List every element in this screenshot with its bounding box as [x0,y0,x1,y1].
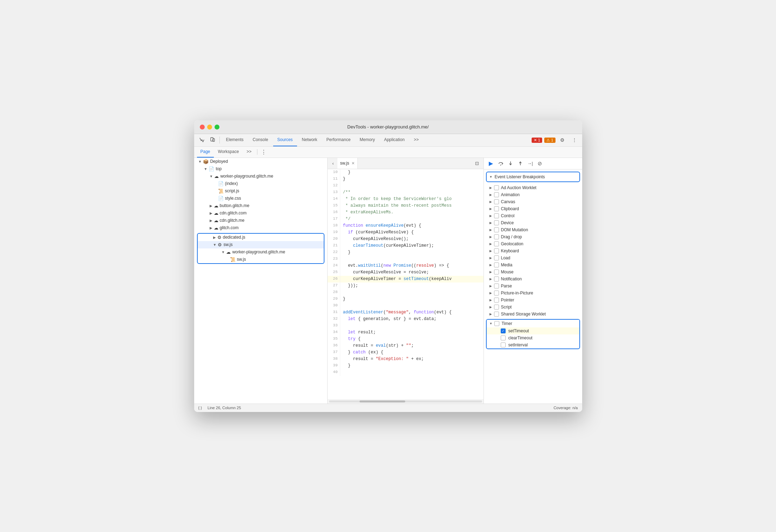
expand-editor-btn[interactable]: ⊡ [472,158,482,168]
tree-item-swjs[interactable]: ▼ ⚙ sw.js [198,241,324,248]
category-checkbox[interactable] [494,270,499,274]
bp-category-clipboard[interactable]: ▶ Clipboard [484,205,582,212]
bp-item-cleartimeout[interactable]: clearTimeout [487,334,579,341]
timer-header[interactable]: ▼ Timer [487,320,579,327]
event-listener-breakpoints-header[interactable]: ▼ Event Listener Breakpoints [486,172,580,182]
bp-category-shared-storage[interactable]: ▶ Shared Storage Worklet [484,311,582,318]
category-checkbox[interactable] [494,185,499,190]
tree-item-worker-playground[interactable]: ▼ ☁ worker-playground.glitch.me [194,173,327,180]
bp-category-control[interactable]: ▶ Control [484,212,582,219]
tab-performance[interactable]: Performance [322,134,355,146]
resume-btn[interactable]: ▶ [487,159,495,168]
warning-badge[interactable]: ⚠ 1 [544,138,555,143]
category-checkbox[interactable] [494,220,499,225]
category-checkbox[interactable] [494,255,499,260]
tree-item-index[interactable]: 📄 (index) [194,180,327,187]
category-checkbox[interactable] [494,305,499,310]
tree-item-glitch-com[interactable]: ▶ ☁ glitch.com [194,224,327,232]
category-checkbox[interactable] [494,227,499,232]
bp-category-media[interactable]: ▶ Media [484,261,582,268]
category-checkbox[interactable] [494,199,499,204]
editor-content[interactable]: 10 } 11 } 12 13 /** 14 * In order [328,169,484,399]
category-checkbox[interactable] [494,298,499,302]
cleartimeout-checkbox[interactable] [501,335,506,340]
maximize-button[interactable] [215,125,219,129]
editor-open-tab[interactable]: sw.js ✕ [337,158,358,169]
bp-category-device[interactable]: ▶ Device [484,219,582,226]
bp-category-mouse[interactable]: ▶ Mouse [484,268,582,275]
step-over-btn[interactable] [496,159,505,168]
bp-category-script[interactable]: ▶ Script [484,304,582,311]
tab-memory[interactable]: Memory [355,134,379,146]
tree-item-swjs-file[interactable]: 📜 sw.js [198,256,324,263]
category-checkbox[interactable] [494,262,499,267]
minimize-button[interactable] [207,125,212,129]
sub-toolbar-options[interactable]: ⋮ [259,148,268,156]
code-line: 33 [328,322,484,329]
scrollbar-thumb[interactable] [360,400,406,403]
close-button[interactable] [200,125,205,129]
bp-category-geolocation[interactable]: ▶ Geolocation [484,240,582,247]
category-checkbox[interactable] [494,291,499,295]
category-checkbox[interactable] [494,248,499,253]
error-badge[interactable]: ✕ 1 [532,138,542,143]
tab-console[interactable]: Console [249,134,272,146]
tab-elements[interactable]: Elements [222,134,248,146]
tree-item-worker-playground-inner[interactable]: ▼ ☁ worker-playground.glitch.me [198,248,324,256]
deactivate-btn[interactable]: ⊘ [536,159,544,168]
tab-application[interactable]: Application [380,134,409,146]
device-icon[interactable] [208,135,217,145]
sub-tab-more[interactable]: >> [243,146,255,158]
tree-item-cdn-glitch-com[interactable]: ▶ ☁ cdn.glitch.com [194,210,327,217]
bp-category-animation[interactable]: ▶ Animation [484,191,582,198]
bp-category-parse[interactable]: ▶ Parse [484,282,582,290]
category-checkbox[interactable] [494,312,499,317]
prev-file-btn[interactable]: ‹ [329,159,337,167]
bp-category-pointer[interactable]: ▶ Pointer [484,297,582,304]
step-out-btn[interactable] [516,159,525,168]
settimeout-checkbox[interactable] [501,328,506,333]
step-into-btn[interactable] [506,159,515,168]
bp-category-dom-mutation[interactable]: ▶ DOM Mutation [484,226,582,233]
step-btn[interactable]: →| [526,159,534,168]
code-line: 39 } [328,363,484,369]
tree-item-stylecss[interactable]: 📄 style.css [194,195,327,202]
timer-checkbox[interactable] [494,321,499,326]
bp-item-settimeout[interactable]: setTimeout [487,327,579,334]
bp-category-load[interactable]: ▶ Load [484,254,582,261]
more-options-icon[interactable]: ⋮ [570,135,579,145]
warning-count: 1 [551,138,553,142]
tab-network[interactable]: Network [298,134,322,146]
category-arrow: ▶ [489,312,492,316]
category-checkbox[interactable] [494,192,499,197]
settings-icon[interactable]: ⚙ [558,135,567,145]
bp-category-notification[interactable]: ▶ Notification [484,275,582,282]
tree-item-top[interactable]: ▼ 📄 top [194,165,327,173]
category-checkbox[interactable] [494,241,499,246]
sub-tab-workspace[interactable]: Workspace [215,146,243,158]
category-checkbox[interactable] [494,234,499,239]
format-btn[interactable]: { } [198,406,202,410]
category-checkbox[interactable] [494,277,499,281]
tree-item-cdn-glitch-me[interactable]: ▶ ☁ cdn.glitch.me [194,217,327,224]
bp-item-setinterval[interactable]: setInterval [487,341,579,348]
close-tab-btn[interactable]: ✕ [351,161,355,166]
category-checkbox[interactable] [494,213,499,218]
tab-more[interactable]: >> [409,134,423,146]
setinterval-checkbox[interactable] [501,343,506,347]
category-checkbox[interactable] [494,284,499,288]
tree-item-dedicated[interactable]: ▶ ⚙ dedicated.js [198,234,324,241]
inspect-icon[interactable] [197,135,207,145]
bp-category-drag-drop[interactable]: ▶ Drag / drop [484,233,582,240]
bp-category-canvas[interactable]: ▶ Canvas [484,198,582,205]
tree-item-scriptjs[interactable]: 📜 script.js [194,187,327,195]
sub-tab-page[interactable]: Page [197,146,214,158]
bp-category-pip[interactable]: ▶ Picture-in-Picture [484,290,582,297]
bp-category-ad-auction[interactable]: ▶ Ad Auction Worklet [484,184,582,191]
horizontal-scrollbar[interactable] [328,399,484,404]
tab-sources[interactable]: Sources [273,134,297,146]
bp-category-keyboard[interactable]: ▶ Keyboard [484,247,582,254]
tree-item-deployed[interactable]: ▼ 📦 Deployed [194,158,327,165]
tree-item-button-glitch[interactable]: ▶ ☁ button.glitch.me [194,202,327,210]
category-checkbox[interactable] [494,206,499,211]
